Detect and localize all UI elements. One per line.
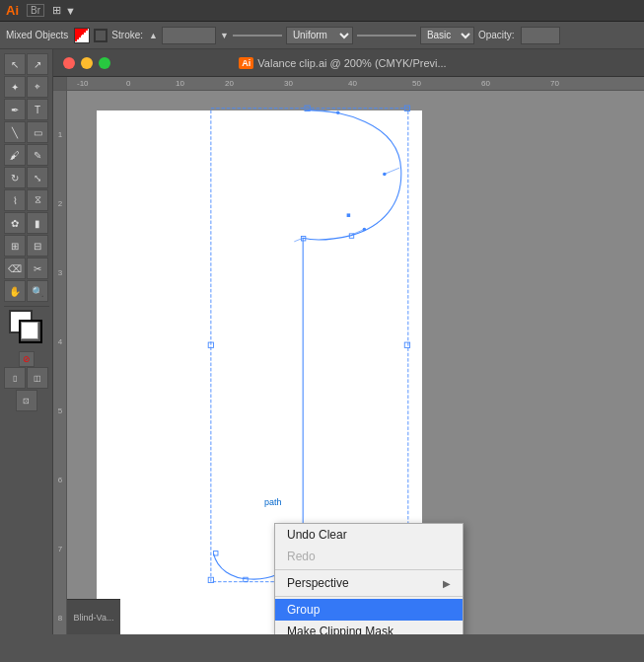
draw-mode-behind[interactable]: ◫ (27, 367, 48, 389)
ruler-top-row: -10 0 10 20 30 40 50 60 70 (53, 77, 644, 91)
lasso-tool[interactable]: ⌖ (27, 76, 48, 98)
slice-tool[interactable]: ⊟ (27, 235, 48, 257)
tool-row-1: ↖ ↗ (4, 53, 48, 75)
pen-tool[interactable]: ✒ (4, 99, 26, 120)
opacity-label: Opacity: (478, 30, 515, 40)
ruler-h-mark: 60 (481, 77, 490, 91)
title-bar: Ai Valance clip.ai @ 200% (CMYK/Previ... (53, 49, 644, 77)
ruler-horizontal: -10 0 10 20 30 40 50 60 70 (67, 77, 644, 91)
workspace-switcher[interactable]: ⊞ (52, 4, 61, 17)
stroke-type-select[interactable]: Uniform (286, 27, 353, 44)
tool-row-5: 🖌 ✎ (4, 144, 48, 166)
tool-separator (4, 306, 49, 307)
ruler-h-mark: 0 (126, 77, 130, 91)
blend-tool[interactable]: ⧖ (27, 189, 48, 211)
ruler-h-mark: 30 (284, 77, 293, 91)
ruler-h-mark: -10 (77, 77, 89, 91)
ruler-corner (53, 77, 67, 91)
mixed-objects-label: Mixed Objects (6, 30, 68, 40)
canvas-scroll[interactable]: path Undo Clear Redo Perspective ▶ (67, 91, 644, 634)
ctx-undo-clear[interactable]: Undo Clear (275, 524, 463, 546)
tool-row-extra2: ⊡ (16, 390, 37, 411)
tool-row-2: ✦ ⌖ (4, 76, 48, 98)
window-controls (63, 57, 110, 69)
ctx-group[interactable]: Group (275, 599, 463, 621)
ruler-vertical: 1 2 3 4 5 6 7 8 (53, 91, 67, 634)
ruler-v-mark: 6 (53, 476, 67, 484)
perspective-arrow: ▶ (443, 578, 451, 589)
main-area: ↖ ↗ ✦ ⌖ ✒ T ╲ ▭ 🖌 ✎ ↻ ⤡ ⌇ ⧖ (0, 49, 644, 634)
stroke-color-indicator[interactable] (94, 29, 107, 42)
rotate-tool[interactable]: ↻ (4, 167, 26, 188)
close-button[interactable] (63, 57, 75, 69)
ruler-v-mark: 7 (53, 545, 67, 553)
symbol-spray-tool[interactable]: ✿ (4, 212, 26, 234)
stroke-style-preview (357, 35, 416, 37)
ctx-perspective[interactable]: Perspective ▶ (275, 572, 463, 594)
ruler-h-mark: 40 (348, 77, 357, 91)
tool-row-10: ⌫ ✂ (4, 257, 48, 279)
ruler-h-mark: 70 (550, 77, 559, 91)
tool-row-9: ⊞ ⊟ (4, 235, 48, 257)
ctx-make-clipping-mask[interactable]: Make Clipping Mask (275, 621, 463, 634)
type-tool[interactable]: T (27, 99, 48, 120)
scissors-tool[interactable]: ✂ (27, 257, 48, 279)
fill-stroke-indicator[interactable] (9, 310, 44, 345)
select-tool[interactable]: ↖ (4, 53, 26, 75)
tool-row-7: ⌇ ⧖ (4, 189, 48, 211)
path-label: path (264, 497, 282, 507)
ctx-redo: Redo (275, 546, 463, 567)
ruler-v-mark: 8 (53, 614, 67, 623)
ruler-v-mark: 1 (53, 130, 67, 139)
fill-color-box[interactable] (74, 28, 90, 43)
screen-mode-toggle[interactable]: ⊡ (16, 390, 37, 411)
pencil-tool[interactable]: ✎ (27, 144, 48, 166)
blind-text: Blind-Va... (74, 613, 114, 623)
ruler-v-mark: 5 (53, 406, 67, 415)
tool-row-4: ╲ ▭ (4, 121, 48, 143)
magic-wand-tool[interactable]: ✦ (4, 76, 26, 98)
none-icon[interactable]: ⊘ (19, 351, 35, 367)
minimize-button[interactable] (81, 57, 93, 69)
draw-mode-normal[interactable]: ▯ (4, 367, 26, 389)
ai-logo: Ai (6, 3, 19, 18)
stroke-label: Stroke: (111, 30, 143, 40)
warp-tool[interactable]: ⌇ (4, 189, 26, 211)
column-graph-tool[interactable]: ▮ (27, 212, 48, 234)
artboard-tool[interactable]: ⊞ (4, 235, 26, 257)
zoom-tool[interactable]: 🔍 (27, 280, 48, 302)
ruler-v-mark: 4 (53, 337, 67, 346)
br-logo[interactable]: Br (27, 4, 44, 17)
up-arrow-stroke[interactable]: ▲ (149, 31, 158, 40)
fill-stroke-extras: ⊘ (19, 351, 35, 367)
window-title: Ai Valance clip.ai @ 200% (CMYK/Previ... (239, 57, 446, 69)
ruler-v-mark: 3 (53, 268, 67, 277)
maximize-button[interactable] (99, 57, 110, 69)
ruler-v-mark: 2 (53, 199, 67, 208)
direct-select-tool[interactable]: ↗ (27, 53, 48, 75)
tool-row-6: ↻ ⤡ (4, 167, 48, 188)
opacity-input[interactable]: 100% (521, 27, 560, 44)
menu-bar: Ai Br ⊞ ▼ (0, 0, 644, 22)
eraser-tool[interactable]: ⌫ (4, 257, 26, 279)
context-menu: Undo Clear Redo Perspective ▶ Group (274, 523, 464, 634)
tool-row-8: ✿ ▮ (4, 212, 48, 234)
ctx-sep-1 (275, 569, 463, 570)
title-text: Valance clip.ai @ 200% (CMYK/Previ... (257, 57, 446, 69)
stroke-inner (21, 322, 38, 339)
rect-tool[interactable]: ▭ (27, 121, 48, 143)
ruler-h-mark: 10 (176, 77, 184, 91)
stroke-line-preview (233, 35, 282, 37)
stroke-value-input[interactable]: 0.0028 p (162, 27, 216, 44)
ruler-h-mark: 20 (225, 77, 234, 91)
down-arrow-stroke[interactable]: ▼ (220, 31, 229, 40)
stroke-box-sm[interactable] (19, 320, 42, 343)
brush-tool[interactable]: 🖌 (4, 144, 26, 166)
hand-tool[interactable]: ✋ (4, 280, 26, 302)
ruler-h-mark: 50 (412, 77, 421, 91)
control-bar: Mixed Objects Stroke: ▲ 0.0028 p ▼ Unifo… (0, 22, 644, 49)
line-tool[interactable]: ╲ (4, 121, 26, 143)
menu-arrow[interactable]: ▼ (65, 5, 76, 17)
scale-tool[interactable]: ⤡ (27, 167, 48, 188)
style-select[interactable]: Basic (420, 27, 474, 44)
